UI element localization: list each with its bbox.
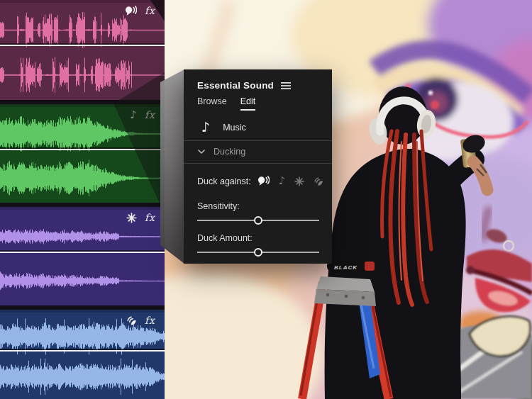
callout-wedge [160,65,184,266]
audio-track-ambience[interactable]: fx [0,310,165,399]
tab-edit[interactable]: Edit [240,96,256,111]
section-label: Ducking [214,147,245,157]
track-header-dialogue: fx [125,5,155,16]
duck-against-label: Duck against: [197,176,251,186]
duck-target-icons: ♪ [257,176,324,186]
panel-tabs: Browse Edit [184,96,332,111]
tab-browse[interactable]: Browse [197,96,227,111]
screenshot-root: BLACK fx [0,0,532,399]
music-note-icon[interactable]: ♪ [279,176,286,186]
essential-sound-panel: Essential Sound Browse Edit ♪ Music Duck… [184,69,332,264]
black-spray-can-box: BLACK [327,260,375,272]
sensitivity-slider[interactable] [197,215,319,225]
star-icon [126,213,137,223]
audio-track-dialogue[interactable]: fx [0,0,165,100]
can-label: BLACK [334,264,358,271]
preset-label: Music [223,123,246,133]
duck-amount-slider[interactable] [197,247,319,257]
fx-badge[interactable]: fx [145,315,155,326]
ambience-icon[interactable] [314,176,323,186]
ambience-icon [126,315,137,326]
slider-thumb[interactable] [254,216,262,225]
timeline-tracks: fx ♪ fx fx [0,0,165,399]
sensitivity-label: Sensitivity: [184,201,332,211]
panel-title: Essential Sound [197,80,274,91]
dialogue-icon [125,6,137,16]
chevron-down-icon [198,150,205,154]
dialogue-icon[interactable] [257,176,270,186]
track-header-sfx: fx [126,212,155,223]
fx-badge[interactable]: fx [145,5,155,16]
slider-thumb[interactable] [254,248,262,257]
divider [184,140,332,141]
music-note-icon: ♪ [201,120,210,134]
divider [184,163,332,164]
ducking-section-header[interactable]: Ducking [184,147,332,157]
fx-badge[interactable]: fx [145,212,155,223]
audio-track-sfx[interactable]: fx [0,207,165,305]
track-header-ambience: fx [126,315,155,326]
preset-row[interactable]: ♪ Music [184,120,332,134]
duck-against-row: Duck against: ♪ [184,176,332,186]
star-icon[interactable] [294,176,304,186]
hamburger-menu-icon[interactable] [281,82,291,90]
duck-amount-label: Duck Amount: [184,233,332,243]
